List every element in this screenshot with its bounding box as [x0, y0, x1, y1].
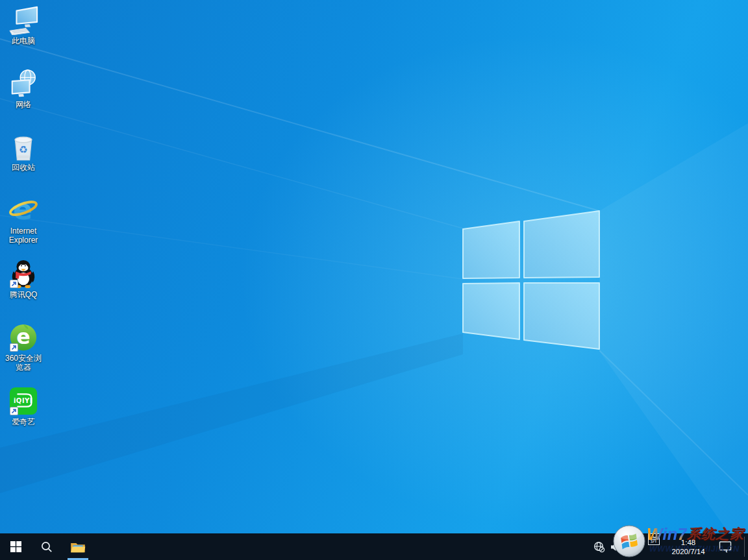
windows-logo-icon [10, 541, 21, 552]
globe-no-internet-icon [593, 541, 605, 553]
svg-text:♻: ♻ [19, 144, 28, 156]
action-center-button[interactable] [717, 533, 734, 560]
volume-tray-icon[interactable] [609, 533, 622, 560]
ime-indicator[interactable]: 拼 [648, 533, 660, 545]
search-button[interactable] [31, 533, 62, 560]
search-icon [41, 541, 53, 553]
shortcut-arrow-icon [10, 343, 18, 352]
speaker-icon [610, 542, 621, 552]
iqiyi-logo-text: iQIYI [14, 397, 32, 404]
windows-logo-wallpaper [0, 0, 748, 560]
desktop-icon-internet-explorer[interactable]: e Internet Explorer [3, 195, 44, 245]
desktop-icon-label: 腾讯QQ [10, 290, 38, 299]
recycle-bin-icon: ♻ [8, 132, 38, 162]
file-explorer-button[interactable] [62, 533, 94, 560]
svg-text:e: e [16, 325, 30, 348]
desktop-icon-label: Internet Explorer [3, 226, 44, 245]
desktop-icon-label: 网络 [16, 100, 31, 109]
desktop-icon-label: 此电脑 [12, 36, 35, 45]
desktop-icon-360-browser[interactable]: e 360安全浏览器 [3, 323, 44, 372]
folder-icon [69, 539, 86, 555]
clock-date: 2020/7/14 [671, 547, 704, 556]
desktop-icon-label: 360安全浏览器 [3, 354, 44, 372]
shortcut-arrow-icon [10, 280, 18, 288]
taskbar: 拼 1:48 2020/7/14 [0, 533, 748, 560]
desktop-icon-this-pc[interactable]: 此电脑 [3, 5, 44, 45]
desktop-icon-iqiyi[interactable]: iQIYI 爱奇艺 [3, 386, 44, 426]
shortcut-arrow-icon [10, 407, 18, 415]
internet-explorer-icon: e [8, 195, 38, 225]
this-pc-icon [8, 5, 38, 35]
notification-icon [719, 541, 732, 553]
show-desktop-button[interactable] [744, 537, 745, 557]
taskbar-clock[interactable]: 1:48 2020/7/14 [667, 533, 709, 560]
desktop-icon-network[interactable]: 网络 [3, 69, 44, 109]
network-icon [8, 69, 38, 99]
clock-time: 1:48 [681, 538, 695, 547]
network-tray-icon[interactable] [592, 533, 606, 560]
desktop-icon-label: 爱奇艺 [12, 417, 35, 426]
desktop: 此电脑 网络 ♻ 回收站 [0, 0, 748, 560]
desktop-icon-label: 回收站 [12, 163, 35, 172]
desktop-icon-recycle-bin[interactable]: ♻ 回收站 [3, 132, 44, 172]
desktop-icon-tencent-qq[interactable]: 腾讯QQ [3, 259, 44, 299]
start-button[interactable] [0, 533, 31, 560]
